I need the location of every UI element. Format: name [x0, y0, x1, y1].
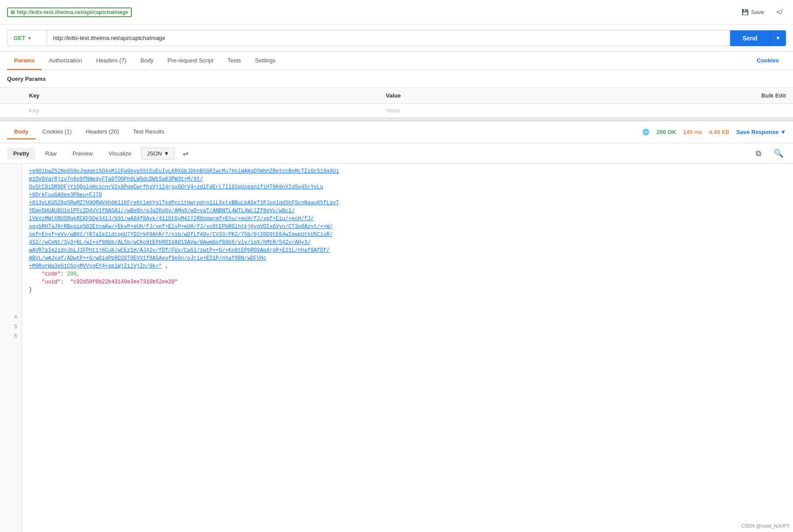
watermark: CSDN @nuist_NJUPT [741, 523, 789, 528]
line-num-3 [0, 187, 22, 196]
format-type-label: JSON [147, 150, 162, 157]
params-row-key[interactable]: Key [22, 104, 379, 118]
send-dropdown-button[interactable]: ▼ [770, 30, 786, 46]
response-tab-body[interactable]: Body [7, 125, 36, 139]
line-num-15 [0, 303, 22, 312]
http-badge: ⊞ http://kdtx-test.itheima.net/api/captc… [7, 7, 132, 17]
line-num-9 [0, 245, 22, 254]
params-row-check [0, 104, 22, 118]
line-num-7 [0, 225, 22, 235]
line-num-12 [0, 274, 22, 283]
query-params-title: Query Params [0, 70, 793, 87]
tab-pre-request-script[interactable]: Pre-request Script [160, 52, 221, 70]
tab-headers[interactable]: Headers (7) [89, 52, 134, 70]
save-button[interactable]: 💾 Save [737, 6, 769, 18]
line-num-6-label: 6 [0, 332, 22, 341]
line-num-11 [0, 264, 22, 274]
save-response-button[interactable]: Save Response ▼ [736, 129, 786, 135]
send-btn-group: Send ▼ [730, 30, 786, 46]
format-preview-button[interactable]: Preview [66, 148, 99, 159]
globe-icon: 🌐 [642, 129, 649, 135]
method-selector[interactable]: GET ▼ [7, 30, 47, 46]
line-num-6 [0, 216, 22, 225]
params-bulk-edit-header[interactable]: Bulk Edit [736, 88, 793, 104]
tab-cookies[interactable]: Cookies [750, 52, 786, 70]
status-ok-badge: 200 OK [656, 129, 676, 135]
tab-settings[interactable]: Settings [248, 52, 282, 70]
line-numbers: 4 5 6 [0, 164, 22, 532]
line-num-5-label: 5 [0, 322, 22, 332]
save-response-label: Save Response [736, 129, 779, 135]
response-content: 4 5 6 +g9QibwZ52NpOS9pJgdqh1SO4xMlCFw9bv… [0, 164, 793, 532]
code-content[interactable]: +g9QibwZ52NpOS9pJgdqh1SO4xMlCFw9bvp5StEu… [22, 164, 793, 532]
format-visualize-button[interactable]: Visualize [102, 148, 138, 159]
request-bar: GET ▼ Send ▼ [0, 25, 793, 52]
format-bar: Pretty Raw Preview Visualize JSON ▼ ⇌ ⧉ … [0, 143, 793, 164]
line-num-14 [0, 293, 22, 303]
response-status-area: 🌐 200 OK 149 ms 4.49 KB Save Response ▼ [642, 129, 786, 135]
method-arrow-icon: ▼ [27, 36, 32, 41]
send-button[interactable]: Send [730, 30, 770, 46]
url-label: http://kdtx-test.itheima.net/api/captcha… [17, 9, 128, 15]
wrap-icon[interactable]: ⇌ [178, 147, 193, 160]
code-icon[interactable]: </ [773, 7, 786, 18]
params-value-header: Value [379, 88, 735, 104]
tab-body[interactable]: Body [134, 52, 161, 70]
line-num-8 [0, 235, 22, 245]
line-num-5 [0, 206, 22, 216]
line-num-4-label: 4 [0, 312, 22, 322]
copy-icon[interactable]: ⧉ [753, 147, 764, 160]
request-tabs-bar: Params Authorization Headers (7) Body Pr… [0, 52, 793, 70]
main-container: ⊞ http://kdtx-test.itheima.net/api/captc… [0, 0, 793, 532]
save-label: Save [751, 9, 764, 15]
search-icon[interactable]: 🔍 [771, 147, 786, 160]
query-params-section: Query Params Key Value Bulk Edit Key Val… [0, 70, 793, 118]
save-response-arrow-icon: ▼ [780, 129, 786, 135]
line-num-4 [0, 196, 22, 206]
response-tab-test-results[interactable]: Test Results [126, 125, 171, 139]
params-row-extra [736, 104, 793, 118]
http-icon: ⊞ [11, 9, 15, 15]
top-bar: ⊞ http://kdtx-test.itheima.net/api/captc… [0, 0, 793, 25]
params-check-header [0, 88, 22, 104]
table-row: Key Value [0, 104, 793, 118]
status-size: 4.49 KB [709, 129, 729, 135]
format-select-arrow-icon: ▼ [164, 150, 170, 157]
tab-tests[interactable]: Tests [221, 52, 248, 70]
response-tabs-bar: Body Cookies (1) Headers (20) Test Resul… [0, 120, 793, 143]
response-tab-cookies[interactable]: Cookies (1) [36, 125, 79, 139]
format-type-select[interactable]: JSON ▼ [141, 148, 175, 159]
line-num-2 [0, 177, 22, 187]
tab-authorization[interactable]: Authorization [42, 52, 89, 70]
status-time: 149 ms [683, 129, 702, 135]
params-table: Key Value Bulk Edit Key Value [0, 87, 793, 118]
params-row-value[interactable]: Value [379, 104, 735, 118]
tab-params[interactable]: Params [7, 52, 42, 70]
url-input[interactable] [47, 30, 730, 46]
save-icon: 💾 [742, 9, 749, 15]
line-num-13 [0, 283, 22, 293]
response-tab-headers[interactable]: Headers (20) [79, 125, 126, 139]
method-label: GET [14, 35, 25, 41]
line-num-10 [0, 254, 22, 264]
line-num-1 [0, 167, 22, 177]
params-key-header: Key [22, 88, 379, 104]
format-pretty-button[interactable]: Pretty [7, 148, 36, 159]
format-raw-button[interactable]: Raw [39, 148, 63, 159]
